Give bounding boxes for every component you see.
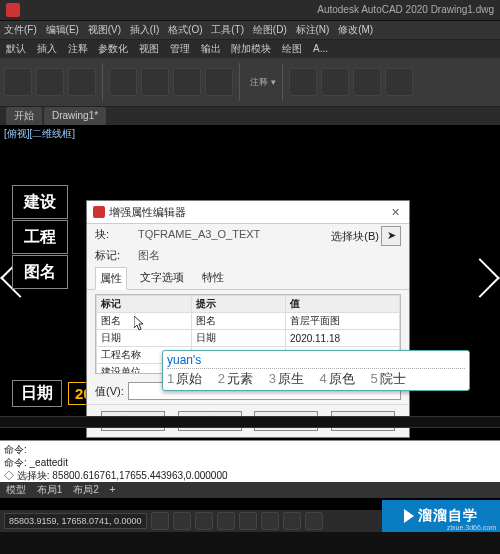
dialog-titlebar[interactable]: 增强属性编辑器 ✕ xyxy=(87,201,409,224)
attr-row[interactable]: 图名 图名 首层平面图 xyxy=(97,313,400,330)
status-toggle-icon[interactable] xyxy=(261,512,279,530)
cell-project: 工程 xyxy=(12,220,68,254)
status-toggle-icon[interactable] xyxy=(305,512,323,530)
ribbon-tab-annotate[interactable]: 注释 xyxy=(68,43,88,54)
ribbon-tabstrip: 默认 插入 注释 参数化 视图 管理 输出 附加模块 绘图 A... xyxy=(0,40,500,58)
menu-format[interactable]: 格式(O) xyxy=(168,24,202,35)
layout-tab-1[interactable]: 布局1 xyxy=(37,484,63,495)
status-coordinates: 85803.9159, 17658.0741, 0.0000 xyxy=(4,513,147,529)
dialog-app-icon xyxy=(93,206,105,218)
ribbon-tab-drawing[interactable]: 绘图 xyxy=(282,43,302,54)
ime-candidate[interactable]: 2元素 xyxy=(218,371,259,386)
value-label: 值(V): xyxy=(95,384,124,399)
brand-name: 溜溜自学 xyxy=(418,507,478,525)
cell-builder: 建设 xyxy=(12,185,68,219)
ribbon-button[interactable] xyxy=(109,68,137,96)
select-block-button[interactable]: ➤ xyxy=(381,226,401,246)
command-text: ◇ 选择块: 85800.616761,17655.443963,0.00000… xyxy=(4,469,496,482)
command-text: 命令: _eattedit xyxy=(4,456,496,469)
ribbon-tab-default[interactable]: 默认 xyxy=(6,43,26,54)
tab-text-options[interactable]: 文字选项 xyxy=(135,266,189,289)
ribbon-panel-label: 注释 ▾ xyxy=(250,76,276,89)
doc-tab-start[interactable]: 开始 xyxy=(6,107,42,125)
enhanced-attribute-editor-dialog: 增强属性编辑器 ✕ 选择块(B) ➤ 块: TQFRAME_A3_O_TEXT … xyxy=(86,200,410,438)
menu-modify[interactable]: 修改(M) xyxy=(338,24,373,35)
ime-candidate[interactable]: 1原始 xyxy=(167,371,208,386)
ime-candidate[interactable]: 5院士 xyxy=(370,371,411,386)
ribbon-tab-param[interactable]: 参数化 xyxy=(98,43,128,54)
block-value: TQFRAME_A3_O_TEXT xyxy=(138,228,260,240)
ime-candidate[interactable]: 4原色 xyxy=(320,371,361,386)
viewport-label[interactable]: [俯视][二维线框] xyxy=(0,125,500,143)
brand-url: zixue.3d66.com xyxy=(447,524,496,531)
doc-tab-drawing[interactable]: Drawing1* xyxy=(44,107,106,125)
ribbon-separator xyxy=(282,63,283,101)
footer-strip xyxy=(0,532,500,554)
ribbon-button[interactable] xyxy=(353,68,381,96)
layout-tab-2[interactable]: 布局2 xyxy=(73,484,99,495)
tag-label: 标记: xyxy=(95,248,135,263)
ribbon-tab-addins[interactable]: 附加模块 xyxy=(231,43,271,54)
dialog-title: 增强属性编辑器 xyxy=(109,201,186,223)
ribbon-button[interactable] xyxy=(173,68,201,96)
ribbon-separator xyxy=(239,63,240,101)
layout-tabs: 模型 布局1 布局2 + xyxy=(0,482,500,498)
menu-file[interactable]: 文件(F) xyxy=(4,24,37,35)
status-toggle-icon[interactable] xyxy=(217,512,235,530)
command-text: 命令: xyxy=(4,443,496,456)
status-toggle-icon[interactable] xyxy=(173,512,191,530)
dialog-tabs: 属性 文字选项 特性 xyxy=(87,266,409,290)
layout-tab-model[interactable]: 模型 xyxy=(6,484,26,495)
ribbon-tab-more[interactable]: A... xyxy=(313,43,328,54)
ribbon-button[interactable] xyxy=(4,68,32,96)
status-toggle-icon[interactable] xyxy=(239,512,257,530)
ribbon-button[interactable] xyxy=(289,68,317,96)
ribbon-tab-insert[interactable]: 插入 xyxy=(37,43,57,54)
status-toggle-icon[interactable] xyxy=(283,512,301,530)
ribbon-button[interactable] xyxy=(141,68,169,96)
menu-tools[interactable]: 工具(T) xyxy=(211,24,244,35)
date-label: 日期 xyxy=(12,380,62,407)
menu-dim[interactable]: 标注(N) xyxy=(296,24,330,35)
tab-properties[interactable]: 特性 xyxy=(197,266,229,289)
layout-tab-add[interactable]: + xyxy=(109,484,115,495)
play-icon xyxy=(404,509,414,523)
ribbon-button[interactable] xyxy=(205,68,233,96)
dialog-close-icon[interactable]: ✕ xyxy=(387,201,403,223)
menu-view[interactable]: 视图(V) xyxy=(88,24,121,35)
carousel-next-icon[interactable] xyxy=(460,258,500,298)
ribbon: 注释 ▾ xyxy=(0,58,500,107)
attr-row[interactable]: 日期 日期 2020.11.18 xyxy=(97,330,400,347)
command-line[interactable]: 命令: 命令: _eattedit ◇ 选择块: 85800.616761,17… xyxy=(0,440,500,486)
status-toggle-icon[interactable] xyxy=(195,512,213,530)
cell-drawname: 图名 xyxy=(12,255,68,289)
menu-edit[interactable]: 编辑(E) xyxy=(46,24,79,35)
ribbon-button[interactable] xyxy=(321,68,349,96)
menubar: 文件(F) 编辑(E) 视图(V) 插入(I) 格式(O) 工具(T) 绘图(D… xyxy=(0,21,500,40)
select-block-label: 选择块(B) xyxy=(331,229,379,244)
ribbon-button[interactable] xyxy=(36,68,64,96)
status-toggle-icon[interactable] xyxy=(151,512,169,530)
ribbon-button[interactable] xyxy=(68,68,96,96)
ime-candidates: 1原始 2元素 3原生 4原色 5院士 xyxy=(167,370,465,388)
tag-value: 图名 xyxy=(138,248,160,263)
command-history-panel xyxy=(0,416,500,428)
ribbon-button[interactable] xyxy=(385,68,413,96)
ime-candidate-bar[interactable]: yuan's 1原始 2元素 3原生 4原色 5院士 xyxy=(162,350,470,391)
watermark-brand[interactable]: 溜溜自学 zixue.3d66.com xyxy=(382,500,500,532)
col-value: 值 xyxy=(286,296,400,313)
block-label: 块: xyxy=(95,227,135,242)
menu-insert[interactable]: 插入(I) xyxy=(130,24,159,35)
document-tabs: 开始 Drawing1* xyxy=(0,107,500,125)
ribbon-tab-output[interactable]: 输出 xyxy=(201,43,221,54)
ime-candidate[interactable]: 3原生 xyxy=(269,371,310,386)
ribbon-tab-view[interactable]: 视图 xyxy=(139,43,159,54)
window-title: Autodesk AutoCAD 2020 Drawing1.dwg xyxy=(317,0,494,20)
ribbon-tab-manage[interactable]: 管理 xyxy=(170,43,190,54)
menu-draw[interactable]: 绘图(D) xyxy=(253,24,287,35)
title-block-cells: 建设 工程 图名 xyxy=(12,185,68,290)
select-block-group: 选择块(B) ➤ xyxy=(331,226,401,246)
ribbon-separator xyxy=(102,63,103,101)
ime-typed: yuan's xyxy=(167,353,465,369)
tab-attributes[interactable]: 属性 xyxy=(95,267,127,290)
